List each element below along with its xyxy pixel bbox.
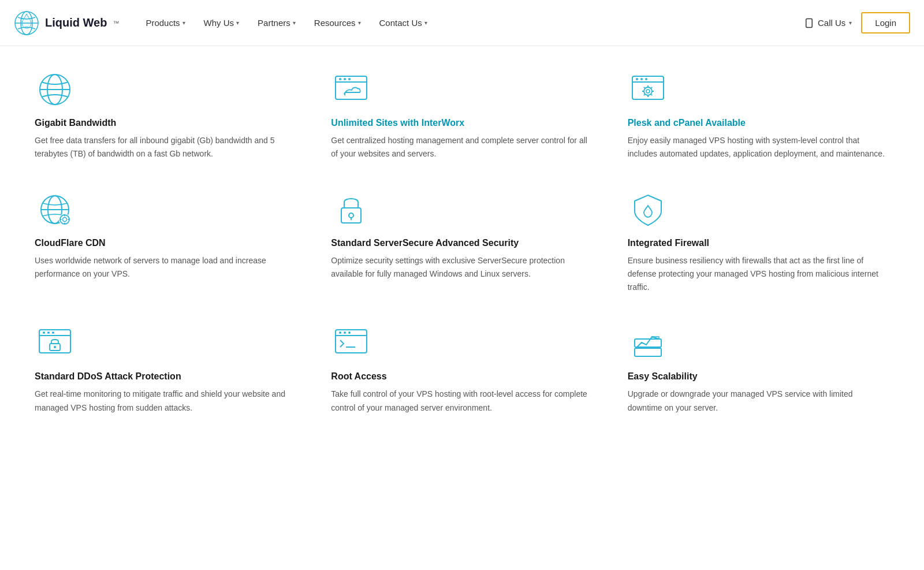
globe-icon <box>35 69 75 110</box>
chart-icon <box>628 323 668 363</box>
feature-desc-cloudflare-cdn: Uses worldwide network of servers to man… <box>35 254 296 281</box>
nav-item-resources[interactable]: Resources ▾ <box>306 13 369 32</box>
padlock-icon <box>331 189 371 230</box>
logo-text: Liquid Web <box>45 16 107 29</box>
chevron-down-icon: ▾ <box>424 20 427 26</box>
feature-item-serversecure: Standard ServerSecure Advanced SecurityO… <box>331 189 593 294</box>
svg-point-45 <box>52 331 54 334</box>
feature-title-cloudflare-cdn: CloudFlare CDN <box>35 238 296 248</box>
browser-gear-icon <box>628 69 668 110</box>
feature-desc-unlimited-sites: Get centralized hosting management and c… <box>331 134 593 161</box>
feature-title-gigabit-bandwidth: Gigabit Bandwidth <box>35 118 296 128</box>
svg-point-19 <box>646 90 650 93</box>
feature-item-ddos-protection: Standard DDoS Attack ProtectionGet real-… <box>35 323 296 414</box>
svg-point-39 <box>349 213 353 218</box>
main-content: Gigabit BandwidthGet free data transfers… <box>0 46 924 438</box>
feature-desc-root-access: Take full control of your VPS hosting wi… <box>331 388 593 414</box>
feature-desc-ddos-protection: Get real-time monitoring to mitigate tra… <box>35 388 296 414</box>
svg-rect-38 <box>341 208 361 223</box>
logo-icon <box>14 10 39 36</box>
svg-point-52 <box>348 331 351 334</box>
feature-item-unlimited-sites: Unlimited Sites with InterWorxGet centra… <box>331 69 593 161</box>
chevron-down-icon: ▾ <box>236 20 239 26</box>
svg-line-27 <box>644 94 645 95</box>
svg-point-47 <box>54 346 56 348</box>
features-grid: Gigabit BandwidthGet free data transfers… <box>35 69 889 415</box>
feature-desc-plesk-cpanel: Enjoy easily managed VPS hosting with sy… <box>628 134 889 161</box>
terminal-icon <box>331 323 371 363</box>
svg-line-26 <box>651 87 652 88</box>
svg-line-24 <box>644 87 645 88</box>
chevron-down-icon: ▾ <box>849 20 852 26</box>
nav-item-products[interactable]: Products ▾ <box>137 13 193 32</box>
shield-icon <box>628 189 668 230</box>
svg-point-16 <box>640 78 643 80</box>
feature-desc-gigabit-bandwidth: Get free data transfers for all inbound … <box>35 134 296 161</box>
feature-desc-easy-scalability: Upgrade or downgrade your managed VPS se… <box>628 388 889 414</box>
chevron-down-icon: ▾ <box>182 20 185 26</box>
svg-point-11 <box>344 78 346 80</box>
svg-point-43 <box>43 331 45 334</box>
feature-item-firewall: Integrated FirewallEnsure business resil… <box>628 189 889 294</box>
svg-point-12 <box>348 78 351 80</box>
feature-title-ddos-protection: Standard DDoS Attack Protection <box>35 371 296 382</box>
call-us-button[interactable]: Call Us ▾ <box>804 18 852 28</box>
feature-title-root-access: Root Access <box>331 371 593 382</box>
browser-lock-icon <box>35 323 75 363</box>
svg-point-51 <box>344 331 346 334</box>
feature-desc-serversecure: Optimize security settings with exclusiv… <box>331 254 593 281</box>
phone-icon <box>804 18 814 28</box>
feature-item-cloudflare-cdn: CloudFlare CDNUses worldwide network of … <box>35 189 296 294</box>
globe-gear-icon <box>35 189 75 230</box>
nav-right: Call Us ▾ Login <box>804 12 910 33</box>
feature-item-root-access: Root AccessTake full control of your VPS… <box>331 323 593 414</box>
feature-item-easy-scalability: Easy ScalabilityUpgrade or downgrade you… <box>628 323 889 414</box>
feature-item-gigabit-bandwidth: Gigabit BandwidthGet free data transfers… <box>35 69 296 161</box>
svg-line-25 <box>651 94 652 95</box>
svg-point-15 <box>636 78 638 80</box>
svg-rect-54 <box>635 348 661 356</box>
nav-links: Products ▾ Why Us ▾ Partners ▾ Resources… <box>137 13 804 32</box>
nav-item-whyus[interactable]: Why Us ▾ <box>196 13 248 32</box>
svg-point-10 <box>339 78 341 80</box>
nav-item-contactus[interactable]: Contact Us ▾ <box>371 13 435 32</box>
feature-title-plesk-cpanel[interactable]: Plesk and cPanel Available <box>628 118 889 128</box>
svg-point-17 <box>645 78 647 80</box>
svg-point-44 <box>47 331 50 334</box>
feature-item-plesk-cpanel: Plesk and cPanel AvailableEnjoy easily m… <box>628 69 889 161</box>
login-button[interactable]: Login <box>861 12 910 33</box>
browser-cloud-icon <box>331 69 371 110</box>
chevron-down-icon: ▾ <box>293 20 296 26</box>
chevron-down-icon: ▾ <box>358 20 361 26</box>
svg-point-50 <box>339 331 341 334</box>
feature-title-easy-scalability: Easy Scalability <box>628 371 889 382</box>
logo[interactable]: Liquid Web™ <box>14 10 119 36</box>
feature-title-serversecure: Standard ServerSecure Advanced Security <box>331 238 593 248</box>
feature-title-unlimited-sites[interactable]: Unlimited Sites with InterWorx <box>331 118 593 128</box>
navigation: Liquid Web™ Products ▾ Why Us ▾ Partners… <box>0 0 924 46</box>
nav-item-partners[interactable]: Partners ▾ <box>249 13 304 32</box>
feature-title-firewall: Integrated Firewall <box>628 238 889 248</box>
logo-sup: ™ <box>113 20 119 27</box>
feature-desc-firewall: Ensure business resiliency with firewall… <box>628 254 889 294</box>
